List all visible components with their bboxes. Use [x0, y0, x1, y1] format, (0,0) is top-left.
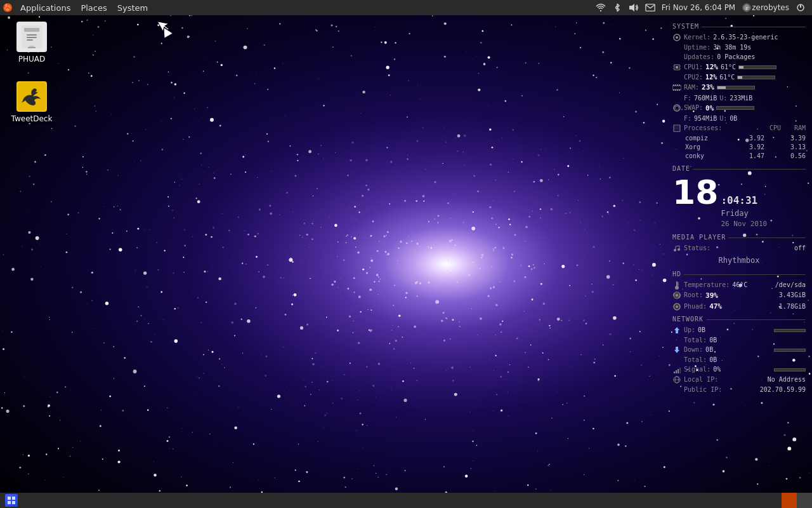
- wifi-indicator[interactable]: [593, 0, 608, 15]
- date-full-text: 26 Nov 2010: [721, 219, 767, 229]
- username-text: zerobytes: [752, 3, 789, 12]
- desktop-icon-phuad[interactable]: PHUAD: [6, 19, 57, 66]
- conky-media-header: MEDIA PLAYER: [672, 233, 806, 242]
- processes-icon: [672, 124, 681, 133]
- svg-rect-38: [679, 90, 680, 91]
- kernel-value: 2.6.35-23-generic: [713, 33, 778, 42]
- up-label: Up:: [684, 326, 695, 335]
- ram-col-header: RAM: [783, 124, 806, 133]
- process-name-conky: conky: [685, 152, 723, 161]
- signal-row: Signal: 0%: [672, 365, 806, 374]
- datetime-text: Fri Nov 26, 6:04 PM: [662, 3, 736, 12]
- menu-applications[interactable]: Applications: [15, 0, 75, 15]
- svg-rect-35: [673, 90, 674, 91]
- panel-app-icon[interactable]: [0, 0, 15, 15]
- ram-pct: 23%: [702, 83, 714, 92]
- conky-system-header: SYSTEM: [672, 22, 806, 31]
- cpu1-label: CPU1:: [684, 63, 703, 72]
- cpu2-temp: 61°C: [719, 73, 735, 82]
- user-menu[interactable]: z zerobytes: [739, 0, 792, 15]
- globe-svg: [673, 376, 681, 384]
- svg-point-23: [676, 36, 678, 39]
- email-indicator[interactable]: [643, 0, 658, 15]
- taskbar-orange-block[interactable]: [782, 493, 797, 508]
- disk-svg-phuad: [673, 303, 681, 311]
- desktop-icon-tweetdeck[interactable]: TweetDeck: [6, 79, 57, 126]
- tweetdeck-label: TweetDeck: [11, 114, 53, 123]
- up-total-row: Total: 0B: [672, 336, 806, 345]
- kernel-label: Kernel:: [684, 33, 710, 42]
- svg-rect-58: [674, 371, 675, 373]
- processes-label: Processes:: [684, 124, 722, 133]
- up-total-value: 0B: [709, 336, 717, 345]
- hd-temp-label: Temperature:: [684, 281, 730, 290]
- bluetooth-indicator[interactable]: [610, 0, 625, 15]
- conky-date-display: 18 :04:31 Friday 26 Nov 2010: [672, 176, 806, 229]
- cpu2-pct: 12%: [705, 73, 717, 82]
- media-status-row: Status: off: [672, 244, 806, 253]
- svg-rect-31: [673, 84, 674, 86]
- public-ip-label: Public IP:: [684, 385, 722, 394]
- swap-bar: [716, 106, 754, 110]
- power-button[interactable]: [793, 0, 808, 15]
- taskbar-grey-block[interactable]: [797, 493, 812, 508]
- public-ip-row: Public IP: 202.70.59.99: [672, 385, 806, 394]
- media-divider: [728, 237, 806, 238]
- email-svg: [645, 3, 655, 12]
- signal-icon: [672, 365, 681, 374]
- svg-rect-36: [675, 90, 676, 91]
- svg-point-53: [676, 294, 678, 297]
- swap-free-label: F:: [684, 114, 691, 123]
- down-label: Down:: [684, 345, 703, 354]
- show-desktop-button[interactable]: [0, 493, 23, 508]
- process-cpu-compiz: 3.92: [742, 134, 764, 143]
- svg-marker-57: [674, 347, 679, 353]
- cpu1-temp: 61°C: [721, 63, 736, 72]
- uptime-value: 3h 38m 19s: [713, 43, 751, 52]
- status-value: off: [794, 244, 806, 253]
- svg-point-4: [10, 7, 11, 9]
- conky-system-section: SYSTEM Kernel: 2.6.35-23-generic Uptime:…: [672, 22, 806, 161]
- process-cpu-conky: 1.47: [742, 152, 764, 161]
- phuad-disk-label: Phuad:: [684, 302, 707, 311]
- svg-rect-16: [27, 39, 33, 41]
- uptime-label: Uptime:: [684, 43, 710, 52]
- process-name-compiz: compiz: [685, 134, 723, 143]
- process-ram-xorg: 3.13: [783, 143, 806, 152]
- svg-rect-65: [8, 497, 11, 500]
- weekday-text: Friday: [721, 208, 767, 219]
- svg-rect-66: [12, 497, 15, 500]
- process-row-conky: conky 1.47 0.56: [672, 152, 806, 161]
- svg-rect-67: [8, 501, 11, 504]
- down-total-value: 0B: [709, 356, 717, 364]
- menu-system[interactable]: System: [112, 0, 153, 15]
- swap-label: SWAP:: [684, 104, 703, 112]
- local-ip-label: Local IP:: [684, 375, 718, 384]
- conky-hd-section: HD Temperature: 46°C /dev/sda: [672, 270, 806, 312]
- taskbar-left: [0, 493, 23, 508]
- svg-point-46: [675, 286, 679, 290]
- svg-rect-14: [27, 34, 37, 36]
- cpu2-label: CPU2:: [684, 73, 703, 82]
- menu-places[interactable]: Places: [75, 0, 112, 15]
- media-header-text: MEDIA PLAYER: [672, 233, 726, 242]
- svg-point-3: [4, 8, 6, 10]
- svg-rect-61: [679, 368, 681, 373]
- up-bar: [774, 329, 806, 332]
- svg-rect-59: [676, 370, 677, 373]
- hd-temp-row: Temperature: 46°C /dev/sda: [672, 281, 806, 290]
- wifi-icon: [596, 3, 606, 13]
- thermometer-icon: [672, 281, 681, 290]
- hd-root-row: Root: 39% 3.43GiB: [672, 291, 806, 300]
- volume-indicator[interactable]: [626, 0, 641, 15]
- processes-svg: [673, 124, 681, 132]
- hd-header-text: HD: [672, 270, 681, 279]
- datetime-display[interactable]: Fri Nov 26, 6:04 PM: [659, 0, 738, 15]
- cpu1-bar: [738, 65, 776, 69]
- apps-grid-icon: [5, 494, 18, 507]
- ram-label: RAM:: [684, 83, 699, 92]
- local-ip-row: Local IP: No Address: [672, 375, 806, 384]
- process-ram-conky: 0.56: [783, 152, 806, 161]
- disk-svg-root: [673, 291, 681, 299]
- top-panel: Applications Places System: [0, 0, 812, 15]
